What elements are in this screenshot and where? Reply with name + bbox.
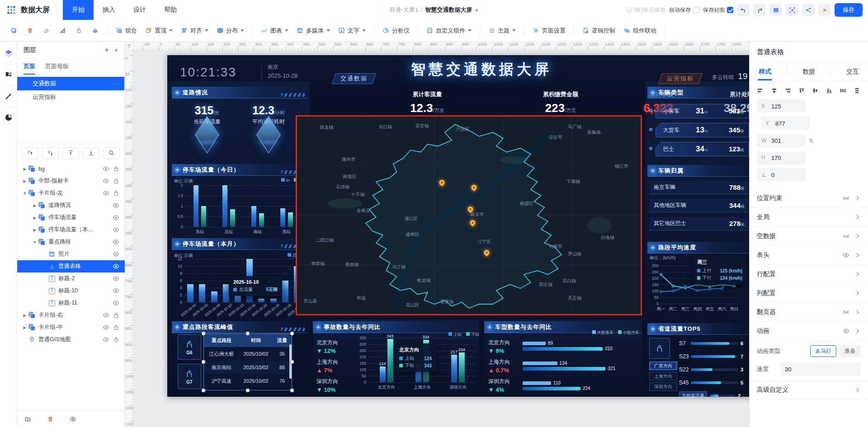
layer-item-停车场流量[interactable]: ▶停车场流量 <box>17 211 125 224</box>
dashboard-tab-operation[interactable]: 运营指标 <box>658 73 703 84</box>
visibility-toggle-icon[interactable] <box>103 336 109 343</box>
props-section-翻页器[interactable]: 翻页器 <box>750 303 868 322</box>
road-speed-chart[interactable]: 单位：(km/h)050100150200250300周一周二周三周四周五周六周… <box>649 255 749 319</box>
lock-icon[interactable] <box>113 166 119 172</box>
binding-icon[interactable] <box>843 195 849 202</box>
layer-item-普通表格[interactable]: 普通表格 <box>17 260 125 272</box>
y-field[interactable]: Y877 <box>761 117 810 130</box>
props-section-列配置[interactable]: 列配置 <box>750 284 868 303</box>
page-more-icon[interactable]: ··· <box>113 81 119 86</box>
chevron-right-icon[interactable] <box>854 252 861 258</box>
align-bottom-icon[interactable] <box>826 87 833 94</box>
visibility-toggle-icon[interactable] <box>113 202 119 209</box>
align-left-icon[interactable] <box>757 87 764 94</box>
advanced-custom-row[interactable]: 高级自定义 <box>750 380 868 399</box>
breadcrumb[interactable]: 目录-大屏1 / 智慧交通数据大屏 ∨ <box>389 0 478 20</box>
toolbar-对齐-button[interactable]: 对齐 <box>178 23 212 38</box>
visibility-toggle-icon[interactable] <box>113 287 119 294</box>
layers-tab-1[interactable]: 页面母版 <box>45 59 69 74</box>
link-wh-icon[interactable]: ⇅ <box>807 138 814 144</box>
vehicle-chart[interactable]: 大型客车小型汽车89310134321110224 <box>523 330 641 397</box>
layer-item-标题-2[interactable]: T标题-2 <box>17 272 125 285</box>
distribute-v-icon[interactable] <box>854 87 861 94</box>
layer-item-标题-10[interactable]: T标题-10 <box>17 285 125 297</box>
move-down-button[interactable] <box>42 147 59 159</box>
selection-handle[interactable] <box>246 332 250 336</box>
animation-option-逐条[interactable]: 逐条 <box>839 345 861 357</box>
expander-right-icon[interactable]: ▶ <box>23 179 27 183</box>
expander-right-icon[interactable]: ▶ <box>23 313 27 318</box>
binding-icon[interactable] <box>843 233 849 239</box>
breadcrumb-parent[interactable]: 目录-大屏1 <box>389 6 418 14</box>
rotate-field[interactable]: ∠0 <box>757 168 806 182</box>
toolbar-分析仪-button[interactable]: 分析仪 <box>379 23 413 38</box>
x-field[interactable]: X125 <box>757 99 806 113</box>
trash-button[interactable] <box>47 416 54 423</box>
layer-item-卡片组-左[interactable]: ▼卡片组-左 <box>17 187 125 199</box>
visibility-toggle-icon[interactable] <box>113 275 119 282</box>
layer-item-中部-指标卡[interactable]: ▶中部-指标卡 <box>17 175 125 187</box>
move-up-button[interactable] <box>22 147 38 159</box>
chevron-right-icon[interactable] <box>854 271 861 277</box>
toolbar-组件联动-button[interactable]: 组件联动 <box>620 23 660 38</box>
to-bottom-button[interactable] <box>83 147 99 159</box>
props-section-全局[interactable]: 全局 <box>750 208 868 227</box>
save-cover-toggle[interactable]: 保存封面 <box>703 6 733 14</box>
design-canvas[interactable]: -500501001502002503003504004505005506006… <box>125 42 749 427</box>
props-section-动画[interactable]: 动画 <box>750 322 868 341</box>
chevron-right-icon[interactable] <box>854 328 861 334</box>
layer-item-重点路段[interactable]: ▼重点路段 <box>17 236 125 248</box>
rail-item-magic[interactable] <box>3 90 14 102</box>
menu-tab-0[interactable]: 开始 <box>63 0 94 20</box>
layer-item-bg[interactable]: ▶bg <box>17 163 125 175</box>
visibility-toggle-icon[interactable] <box>113 263 119 270</box>
visibility-toggle-icon[interactable] <box>113 300 119 306</box>
menu-tab-2[interactable]: 设计 <box>124 0 155 20</box>
visibility-toggle-icon[interactable] <box>113 226 119 233</box>
toolbar-逻辑控制-button[interactable]: x逻辑控制 <box>579 23 618 38</box>
chevron-right-icon[interactable] <box>854 290 861 296</box>
selection-handle[interactable] <box>202 389 206 393</box>
toolbar-主题-button[interactable]: 主题 <box>485 23 519 38</box>
selection-handle[interactable] <box>202 360 206 364</box>
distribute-h-icon[interactable] <box>840 87 847 94</box>
autosave-checkbox[interactable] <box>693 7 699 13</box>
folder-button[interactable] <box>24 416 32 423</box>
dashboard-artboard[interactable]: 10:21:33 南京 2025-10-28 交通数据 智慧交通数据大屏 运营指… <box>167 55 749 397</box>
props-section-位置约束[interactable]: 位置约束 <box>750 189 868 208</box>
page-item-0[interactable]: 交通数据··· <box>17 77 124 90</box>
layer-item-照片[interactable]: 照片 <box>17 248 125 260</box>
search-button[interactable] <box>103 147 120 159</box>
expander-right-icon[interactable]: ▶ <box>23 167 27 171</box>
component-button[interactable] <box>786 4 798 16</box>
rail-item-layers[interactable] <box>3 48 14 60</box>
direction-button-广东方向[interactable]: 广东方向 <box>649 361 677 370</box>
props-section-表头[interactable]: 表头 <box>750 246 868 265</box>
toolbar-copy-button[interactable] <box>6 23 21 38</box>
visibility-toggle-icon[interactable] <box>103 190 109 197</box>
toolbar-页面设置-button[interactable]: 页面设置 <box>529 23 569 38</box>
align-h-center-icon[interactable] <box>771 87 778 94</box>
share-button[interactable] <box>802 4 815 16</box>
expander-right-icon[interactable]: ▶ <box>23 325 27 330</box>
rail-item-widgets[interactable] <box>3 69 14 81</box>
to-top-button[interactable] <box>62 147 79 159</box>
eye-button[interactable] <box>70 416 77 423</box>
toolbar-自定义组件-button[interactable]: 自定义组件 <box>423 23 475 38</box>
expander-right-icon[interactable]: ▶ <box>33 216 37 220</box>
lock-icon[interactable] <box>113 312 119 319</box>
direction-button-上海方向[interactable]: 上海方向 <box>649 372 677 380</box>
speed-input[interactable]: 30 <box>780 362 861 376</box>
accident-chart[interactable]: 上站下站050100150200250300350北京方向124343上海方向1… <box>355 332 479 396</box>
breadcrumb-current[interactable]: 智慧交通数据大屏 <box>425 6 472 14</box>
visibility-toggle-icon[interactable] <box>113 239 119 245</box>
parking-month-chart[interactable]: 单位:百辆总流量0246810122025-10-012025-10-05202… <box>174 253 306 321</box>
menu-tab-1[interactable]: 插入 <box>94 0 124 20</box>
selection-handle[interactable] <box>290 360 294 364</box>
menu-tab-3[interactable]: 帮助 <box>155 0 186 20</box>
toolbar-文字-button[interactable]: A文字 <box>335 23 369 38</box>
add-page-button[interactable]: + <box>105 46 109 54</box>
lock-icon[interactable] <box>113 337 119 343</box>
toolbar-eraser-button[interactable] <box>39 23 53 38</box>
lock-icon[interactable] <box>113 190 119 197</box>
